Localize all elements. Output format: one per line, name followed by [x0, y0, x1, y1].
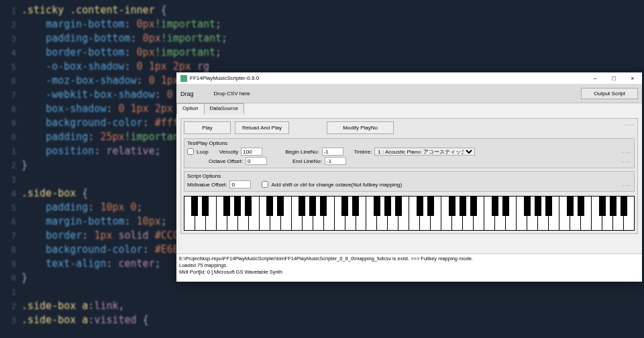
white-key[interactable]: [324, 196, 335, 231]
piano-keyboard[interactable]: [184, 196, 635, 231]
white-key[interactable]: [409, 196, 420, 231]
modify-playno-button[interactable]: Modify PlayNo: [327, 121, 394, 134]
white-key[interactable]: [195, 196, 206, 231]
white-key[interactable]: [270, 196, 281, 231]
testplay-section: TestPlay Options Loop Verocity Begin Lin…: [184, 138, 635, 168]
titlebar[interactable]: FF14PlayMusicScripter-0.8.0 − □ ×: [176, 72, 642, 84]
white-key[interactable]: [517, 196, 527, 231]
white-key[interactable]: [313, 196, 324, 231]
reload-play-button[interactable]: Reload And Play: [235, 121, 289, 134]
white-key[interactable]: [420, 196, 431, 231]
white-key[interactable]: [366, 196, 377, 231]
white-key[interactable]: [549, 196, 559, 231]
white-key[interactable]: [592, 196, 602, 231]
white-key[interactable]: [441, 196, 452, 231]
shift-ctrl-checkbox[interactable]: [262, 181, 268, 188]
begin-lineno-input[interactable]: [322, 148, 343, 156]
dash-icon: ---: [622, 182, 631, 188]
white-key[interactable]: [527, 196, 538, 231]
white-key[interactable]: [581, 196, 592, 231]
white-key[interactable]: [345, 196, 356, 231]
white-key[interactable]: [238, 196, 249, 231]
octave-offset-input[interactable]: [246, 157, 267, 165]
midivalue-offset-label: Midivalue Offset:: [187, 182, 227, 188]
maximize-button[interactable]: □: [604, 72, 623, 84]
white-key[interactable]: [292, 196, 303, 231]
loop-checkbox[interactable]: [187, 148, 194, 155]
white-key[interactable]: [613, 196, 624, 231]
log-line: Midi Port[id: 0 ] Microsoft GS Wavetable…: [179, 269, 639, 276]
script-title: Script Options: [187, 173, 631, 179]
end-lineno-label: End LineNo:: [292, 158, 322, 164]
white-key[interactable]: [602, 196, 613, 231]
white-key[interactable]: [281, 196, 292, 231]
end-lineno-input[interactable]: [325, 157, 346, 165]
white-key[interactable]: [227, 196, 238, 231]
drag-label: Drag: [180, 91, 194, 97]
white-key[interactable]: [463, 196, 474, 231]
white-key[interactable]: [431, 196, 441, 231]
output-script-button[interactable]: Output Script: [581, 88, 638, 99]
log-output: E:\Project\ksp-repo\FF14PlayMusicScripte…: [176, 253, 642, 282]
white-key[interactable]: [249, 196, 260, 231]
dash-icon: ---: [622, 149, 631, 155]
window-title: FF14PlayMusicScripter-0.8.0: [190, 75, 586, 81]
white-key[interactable]: [484, 196, 495, 231]
play-button[interactable]: Play: [184, 121, 231, 134]
dash-icon: ---: [625, 121, 635, 134]
begin-lineno-label: Begin LineNo:: [285, 149, 319, 155]
shift-ctrl-label: Add shift or ctrl for change octave(Not …: [271, 182, 402, 188]
white-key[interactable]: [624, 196, 635, 231]
white-key[interactable]: [377, 196, 388, 231]
white-key[interactable]: [398, 196, 409, 231]
loop-label: Loop: [197, 149, 209, 155]
main-panel: Play Reload And Play Modify PlayNo --- T…: [180, 118, 638, 234]
white-key[interactable]: [388, 196, 398, 231]
app-icon: [180, 75, 187, 82]
white-key[interactable]: [335, 196, 345, 231]
testplay-title: TestPlay Options: [187, 140, 631, 146]
white-key[interactable]: [356, 196, 367, 231]
drop-hint[interactable]: Drop CSV here: [214, 91, 250, 97]
white-key[interactable]: [559, 196, 570, 231]
white-key[interactable]: [452, 196, 463, 231]
minimize-button[interactable]: −: [586, 72, 604, 84]
midivalue-offset-input[interactable]: [229, 180, 251, 188]
white-key[interactable]: [184, 196, 195, 231]
white-key[interactable]: [538, 196, 549, 231]
content-area: Play Reload And Play Modify PlayNo --- T…: [176, 114, 642, 253]
white-key[interactable]: [260, 196, 270, 231]
velocity-input[interactable]: [241, 148, 262, 156]
tab-datasource[interactable]: DataSource: [204, 103, 244, 114]
velocity-label: Verocity: [219, 149, 238, 155]
app-window: FF14PlayMusicScripter-0.8.0 − □ × Drag D…: [176, 72, 642, 282]
octave-offset-label: Octave Offset:: [209, 158, 243, 164]
dash-icon: ---: [622, 158, 631, 164]
white-key[interactable]: [303, 196, 313, 231]
white-key[interactable]: [474, 196, 484, 231]
tab-bar: Option DataSource: [176, 103, 642, 114]
script-section: Script Options Midivalue Offset: Add shi…: [184, 171, 635, 192]
white-key[interactable]: [217, 196, 227, 231]
tab-option[interactable]: Option: [176, 103, 205, 114]
timbre-select[interactable]: 1 : Acoustic Piano: アコースティックピアノ: [374, 148, 475, 156]
white-key[interactable]: [495, 196, 506, 231]
timbre-label: Timbre:: [354, 149, 372, 155]
white-key[interactable]: [206, 196, 217, 231]
toolbar: Drag Drop CSV here Output Script: [176, 84, 642, 103]
white-key[interactable]: [506, 196, 517, 231]
log-line: Loaded 75 mappings.: [179, 262, 639, 269]
close-button[interactable]: ×: [623, 72, 642, 84]
log-line: E:\Project\ksp-repo\FF14PlayMusicScripte…: [179, 256, 639, 262]
white-key[interactable]: [570, 196, 581, 231]
